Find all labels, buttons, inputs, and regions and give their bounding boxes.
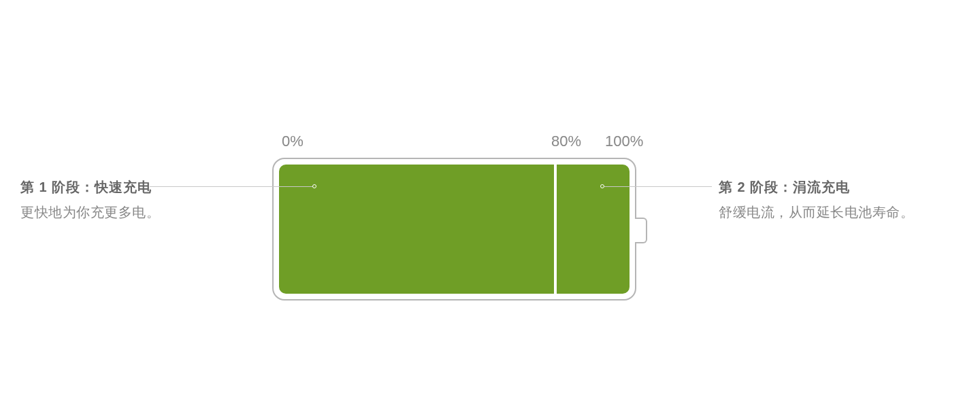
battery-tip xyxy=(635,218,647,243)
battery-fill-trickle xyxy=(557,165,630,294)
stage-2-title: 第 2 阶段：涓流充电 xyxy=(719,178,950,196)
stage-1-callout: 第 1 阶段：快速充电 更快地为你充更多电。 xyxy=(20,178,245,222)
stage-2-desc: 舒缓电流，从而延长电池寿命。 xyxy=(719,203,950,222)
battery-diagram xyxy=(272,158,647,301)
stage-1-title: 第 1 阶段：快速充电 xyxy=(20,178,245,196)
battery-tick-0: 0% xyxy=(282,133,304,150)
battery-tick-80: 80% xyxy=(551,133,581,150)
battery-tick-100: 100% xyxy=(605,133,643,150)
callout-dot-right xyxy=(600,184,604,188)
battery-fill-fast xyxy=(279,165,554,294)
stage-2-callout: 第 2 阶段：涓流充电 舒缓电流，从而延长电池寿命。 xyxy=(719,178,950,222)
callout-dot-left xyxy=(312,184,316,188)
callout-leader-right xyxy=(604,186,712,187)
stage-1-desc: 更快地为你充更多电。 xyxy=(20,203,245,222)
